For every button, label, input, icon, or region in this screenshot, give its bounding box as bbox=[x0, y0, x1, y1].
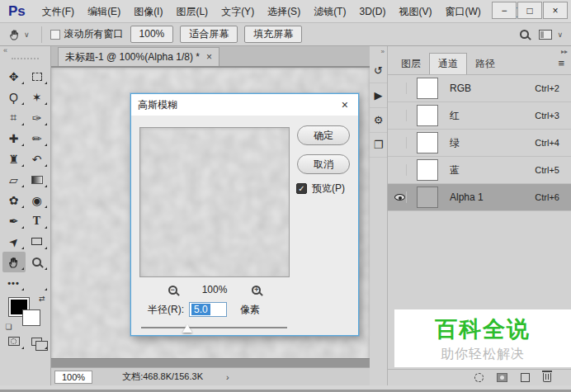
tab-close-icon[interactable]: × bbox=[206, 51, 212, 63]
photoshop-logo: Ps bbox=[0, 3, 35, 20]
dialog-close-icon[interactable]: × bbox=[338, 98, 352, 111]
menu-select[interactable]: 选择(S) bbox=[261, 0, 307, 23]
panel-menu-icon[interactable]: ≡ bbox=[558, 57, 564, 69]
menu-edit[interactable]: 编辑(E) bbox=[81, 0, 127, 23]
brush-icon: ✏ bbox=[32, 132, 42, 145]
tab-channels[interactable]: 通道 bbox=[429, 53, 467, 74]
history-brush-tool[interactable]: ↶ bbox=[26, 149, 49, 169]
workspace-switcher[interactable]: ∨ bbox=[539, 30, 563, 40]
preview-checkbox-row: ✓ 预览(P) bbox=[296, 182, 345, 196]
hand-tool-preset[interactable]: ∨ bbox=[8, 28, 30, 41]
panel-grip[interactable] bbox=[12, 58, 39, 63]
fit-screen-button[interactable]: 适合屏幕 bbox=[180, 26, 238, 43]
scroll-all-windows-checkbox[interactable] bbox=[50, 30, 60, 40]
minimize-button[interactable]: − bbox=[492, 2, 517, 19]
radius-input[interactable]: 5.0 bbox=[189, 302, 227, 317]
menu-type[interactable]: 文字(Y) bbox=[215, 0, 261, 23]
radius-slider[interactable] bbox=[141, 324, 287, 335]
cancel-button[interactable]: 取消 bbox=[297, 154, 350, 174]
dialog-title-bar[interactable]: 高斯模糊 × bbox=[131, 94, 358, 116]
swap-colors-icon[interactable]: ⇄ bbox=[39, 295, 45, 303]
crop-tool[interactable]: ⌗ bbox=[2, 107, 26, 128]
blur-preview-image[interactable] bbox=[139, 127, 290, 277]
trash-icon[interactable] bbox=[543, 373, 551, 382]
healing-brush-tool[interactable]: ✚ bbox=[2, 128, 26, 149]
horizontal-scrollbar[interactable] bbox=[51, 358, 370, 367]
eyedropper-tool[interactable]: ✑ bbox=[26, 107, 49, 128]
magic-wand-tool[interactable]: ✶ bbox=[26, 87, 49, 107]
eraser-tool[interactable]: ▱ bbox=[2, 169, 26, 190]
zoom-tool[interactable] bbox=[26, 252, 49, 272]
slider-track bbox=[141, 327, 287, 328]
visibility-toggle[interactable] bbox=[394, 191, 407, 203]
edit-toolbar-button[interactable]: ••• bbox=[2, 272, 26, 293]
clone-source-panel-button[interactable]: ❐ bbox=[370, 133, 387, 158]
hand-tool[interactable] bbox=[2, 252, 26, 272]
channel-row-blue[interactable]: 蓝 Ctrl+5 bbox=[388, 157, 571, 184]
clone-stamp-tool[interactable]: ♜ bbox=[2, 149, 26, 169]
dodge-tool[interactable]: ◉ bbox=[26, 190, 49, 210]
zoom-out-icon[interactable]: − bbox=[168, 286, 177, 295]
status-options-arrow[interactable]: › bbox=[226, 372, 229, 382]
search-icon[interactable] bbox=[520, 30, 529, 39]
visibility-toggle[interactable] bbox=[394, 164, 407, 176]
menu-layer[interactable]: 图层(L) bbox=[169, 0, 215, 23]
menu-window[interactable]: 窗口(W) bbox=[438, 0, 487, 23]
eyedropper-icon: ✑ bbox=[32, 111, 42, 125]
tool-options-bar: ∨ 滚动所有窗口 100% 适合屏幕 填充屏幕 ∨ bbox=[0, 23, 571, 46]
slider-thumb[interactable] bbox=[182, 324, 192, 333]
channel-thumbnail bbox=[417, 78, 438, 99]
background-color-swatch[interactable] bbox=[22, 309, 40, 326]
save-selection-as-channel-icon[interactable] bbox=[497, 373, 507, 382]
channel-row-red[interactable]: 红 Ctrl+3 bbox=[388, 102, 571, 130]
status-zoom-field[interactable]: 100% bbox=[54, 371, 92, 384]
tab-paths[interactable]: 路径 bbox=[467, 54, 503, 74]
menu-filter[interactable]: 滤镜(T) bbox=[307, 0, 352, 23]
preview-checkbox[interactable]: ✓ bbox=[296, 183, 307, 194]
shape-tool[interactable] bbox=[26, 231, 49, 252]
channel-row-green[interactable]: 绿 Ctrl+4 bbox=[388, 130, 571, 157]
brush-tool[interactable]: ✏ bbox=[26, 128, 49, 149]
actions-panel-button[interactable]: ▶ bbox=[370, 83, 387, 108]
menu-3d[interactable]: 3D(D) bbox=[352, 0, 392, 23]
channel-list: RGB Ctrl+2 红 Ctrl+3 绿 Ctrl+4 蓝 Ctrl+5 bbox=[388, 74, 571, 211]
move-tool[interactable]: ✥ bbox=[2, 66, 26, 87]
ok-button[interactable]: 确定 bbox=[297, 125, 350, 145]
lasso-tool[interactable]: Ϙ bbox=[2, 87, 26, 107]
load-selection-icon[interactable] bbox=[474, 373, 484, 382]
channel-shortcut: Ctrl+2 bbox=[535, 83, 559, 93]
pen-icon: ✒ bbox=[9, 215, 19, 228]
menu-view[interactable]: 视图(V) bbox=[392, 0, 438, 23]
default-colors-icon[interactable]: ❏ bbox=[6, 323, 12, 331]
tab-layers[interactable]: 图层 bbox=[393, 54, 429, 74]
tool-presets-panel-button[interactable]: ⚙ bbox=[370, 108, 387, 133]
watermark-title: 百科全说 bbox=[435, 314, 531, 344]
close-button[interactable]: × bbox=[543, 2, 568, 19]
menu-image[interactable]: 图像(I) bbox=[127, 0, 169, 23]
collapse-panel-icon[interactable]: « bbox=[0, 46, 50, 58]
channel-row-alpha1[interactable]: Alpha 1 Ctrl+6 bbox=[388, 184, 571, 211]
marquee-tool[interactable] bbox=[26, 66, 49, 87]
zoom-in-icon[interactable]: + bbox=[252, 286, 261, 295]
channel-row-rgb[interactable]: RGB Ctrl+2 bbox=[388, 75, 571, 102]
document-tab[interactable]: 未标题-1 @ 100%(Alpha 1/8) * × bbox=[58, 47, 219, 66]
spacer bbox=[26, 272, 49, 293]
maximize-button[interactable]: □ bbox=[517, 2, 542, 19]
type-tool[interactable]: T bbox=[26, 210, 49, 231]
visibility-toggle[interactable] bbox=[394, 137, 407, 149]
screen-mode-button[interactable] bbox=[26, 331, 49, 352]
pen-tool[interactable]: ✒ bbox=[2, 210, 26, 231]
path-selection-tool[interactable]: ➤ bbox=[2, 231, 26, 252]
blur-tool[interactable]: ✿ bbox=[2, 190, 26, 210]
expand-panels-icon[interactable]: » bbox=[370, 46, 387, 59]
visibility-toggle[interactable] bbox=[394, 83, 407, 94]
visibility-toggle[interactable] bbox=[394, 110, 407, 121]
gradient-tool[interactable] bbox=[26, 169, 49, 190]
history-panel-button[interactable]: ↺ bbox=[370, 59, 387, 83]
new-channel-icon[interactable] bbox=[521, 373, 530, 382]
fill-screen-button[interactable]: 填充屏幕 bbox=[244, 26, 302, 43]
quick-mask-button[interactable] bbox=[2, 331, 26, 352]
hand-icon bbox=[7, 256, 21, 269]
actual-size-button[interactable]: 100% bbox=[130, 26, 174, 43]
menu-file[interactable]: 文件(F) bbox=[35, 0, 81, 23]
